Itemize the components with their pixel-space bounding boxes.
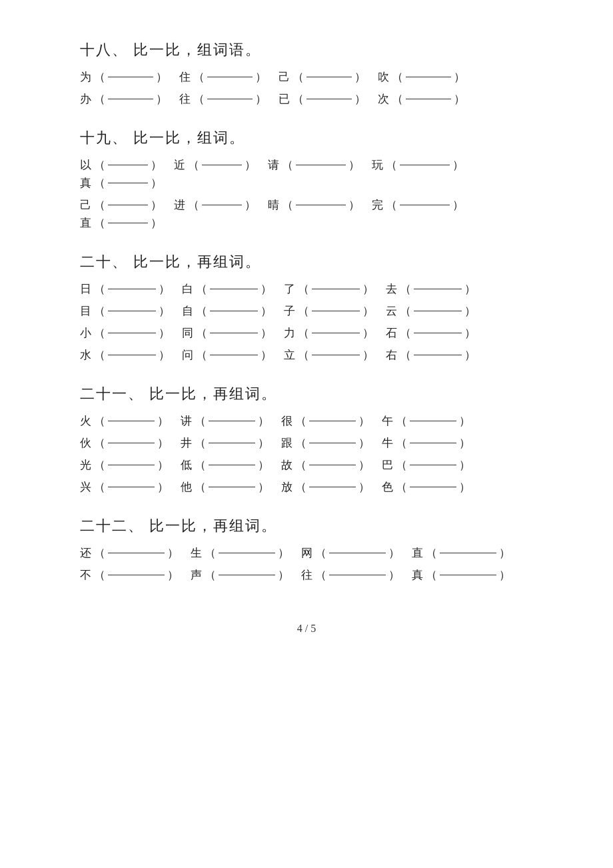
blank-you[interactable]: [414, 355, 462, 355]
item-wei: 为 （ ）: [80, 69, 169, 85]
blank-le[interactable]: [312, 289, 360, 289]
blank-se[interactable]: [410, 487, 456, 487]
blank-jiang[interactable]: [209, 421, 255, 421]
blank-qu[interactable]: [414, 289, 462, 289]
item-ta: 他 （ ）: [181, 479, 271, 495]
item-gen: 跟 （ ）: [281, 435, 371, 451]
item-zhu: 住 （ ）: [179, 69, 268, 85]
section-21-row-3: 光 （ ） 低 （ ） 故 （ ） 巴 （ ）: [80, 457, 533, 473]
item-zhi1: 直 （ ）: [80, 215, 163, 231]
section-19-row-1: 以 （ ） 近 （ ） 请 （ ） 玩 （ ）: [80, 157, 533, 191]
blank-jin2[interactable]: [202, 205, 242, 205]
blank-huo2[interactable]: [108, 443, 155, 443]
item-chui: 吹 （ ）: [378, 69, 466, 85]
section-19-row-2: 己 （ ） 进 （ ） 晴 （ ） 完 （ ）: [80, 197, 533, 231]
item-shi: 石 （ ）: [386, 325, 477, 341]
blank-ji1[interactable]: [306, 77, 352, 77]
item-le: 了 （ ）: [284, 281, 375, 297]
blank-zi2[interactable]: [312, 311, 360, 311]
section-18: 十八、 比一比，组词语。 为 （ ） 住 （ ） 己 （ ） 吹: [80, 40, 533, 107]
blank-wan2[interactable]: [400, 205, 450, 205]
blank-huo[interactable]: [108, 421, 155, 421]
item-ban: 办 （ ）: [80, 91, 169, 107]
blank-zhu[interactable]: [207, 77, 253, 77]
blank-qing1[interactable]: [296, 165, 346, 165]
section-21-title: 二十一、 比一比，再组词。: [80, 384, 533, 404]
blank-shui[interactable]: [108, 355, 156, 355]
section-18-row-1: 为 （ ） 住 （ ） 己 （ ） 吹 （ ）: [80, 69, 533, 85]
section-18-title: 十八、 比一比，组词语。: [80, 40, 533, 60]
item-zhen2: 真 （ ）: [412, 567, 512, 583]
blank-bai[interactable]: [210, 289, 258, 289]
blank-jing[interactable]: [209, 443, 255, 443]
item-qing2: 晴 （ ）: [268, 197, 361, 213]
blank-wen[interactable]: [210, 355, 258, 355]
item-you: 右 （ ）: [386, 347, 477, 363]
blank-wan1[interactable]: [400, 165, 450, 165]
blank-huan[interactable]: [108, 553, 165, 553]
blank-li[interactable]: [312, 333, 360, 333]
blank-chui[interactable]: [406, 77, 451, 77]
section-20-row-3: 小 （ ） 同 （ ） 力 （ ） 石 （ ）: [80, 325, 533, 341]
blank-li2[interactable]: [312, 355, 360, 355]
item-wang2: 网 （ ）: [301, 545, 401, 561]
blank-hen[interactable]: [309, 421, 356, 421]
blank-wu[interactable]: [410, 421, 456, 421]
blank-ci[interactable]: [406, 99, 451, 99]
blank-ji2[interactable]: [108, 205, 148, 205]
blank-shi[interactable]: [414, 333, 462, 333]
blank-ri[interactable]: [108, 289, 156, 289]
page-number: 4 / 5: [80, 623, 533, 635]
blank-ban[interactable]: [108, 99, 153, 99]
blank-sheng2[interactable]: [219, 575, 275, 575]
blank-zhen1[interactable]: [108, 183, 148, 183]
blank-guang[interactable]: [108, 465, 155, 465]
blank-gu[interactable]: [309, 465, 356, 465]
section-21-row-2: 伙 （ ） 井 （ ） 跟 （ ） 牛 （ ）: [80, 435, 533, 451]
blank-xing[interactable]: [108, 487, 155, 487]
item-wen: 问 （ ）: [182, 347, 273, 363]
section-21-row-1: 火 （ ） 讲 （ ） 很 （ ） 午 （ ）: [80, 413, 533, 429]
item-zi: 自 （ ）: [182, 303, 273, 319]
item-jiang: 讲 （ ）: [181, 413, 271, 429]
blank-wang1[interactable]: [207, 99, 253, 99]
blank-di[interactable]: [209, 465, 255, 465]
item-niu: 牛 （ ）: [382, 435, 472, 451]
blank-tong[interactable]: [210, 333, 258, 333]
blank-fang[interactable]: [309, 487, 356, 487]
item-jing: 井 （ ）: [181, 435, 271, 451]
blank-zhen2[interactable]: [440, 575, 496, 575]
item-zhi2: 直 （ ）: [412, 545, 512, 561]
blank-wang3[interactable]: [329, 575, 386, 575]
blank-ba[interactable]: [410, 465, 456, 465]
blank-wang2[interactable]: [329, 553, 386, 553]
item-zi2: 子 （ ）: [284, 303, 375, 319]
item-tong: 同 （ ）: [182, 325, 273, 341]
item-wan1: 玩 （ ）: [372, 157, 465, 173]
section-22: 二十二、 比一比，再组词。 还 （ ） 生 （ ） 网 （ ） 直: [80, 516, 533, 583]
item-yun: 云 （ ）: [386, 303, 477, 319]
blank-yi1[interactable]: [306, 99, 352, 99]
blank-zhi1[interactable]: [108, 223, 148, 223]
blank-wei[interactable]: [108, 77, 153, 77]
blank-sheng[interactable]: [219, 553, 275, 553]
section-22-row-1: 还 （ ） 生 （ ） 网 （ ） 直 （ ）: [80, 545, 533, 561]
blank-yi2[interactable]: [108, 165, 148, 165]
item-ji1: 己 （ ）: [279, 69, 367, 85]
item-huo2: 伙 （ ）: [80, 435, 170, 451]
blank-zi[interactable]: [210, 311, 258, 311]
section-20-row-1: 日 （ ） 白 （ ） 了 （ ） 去 （ ）: [80, 281, 533, 297]
blank-ta[interactable]: [209, 487, 255, 487]
item-jin2: 进 （ ）: [174, 197, 257, 213]
item-huo: 火 （ ）: [80, 413, 170, 429]
blank-xiao[interactable]: [108, 333, 156, 333]
blank-zhi2[interactable]: [440, 553, 496, 553]
blank-bu[interactable]: [108, 575, 165, 575]
blank-yun[interactable]: [414, 311, 462, 311]
blank-jin1[interactable]: [202, 165, 242, 165]
blank-qing2[interactable]: [296, 205, 346, 205]
blank-gen[interactable]: [309, 443, 356, 443]
blank-mu[interactable]: [108, 311, 156, 311]
item-sheng2: 声 （ ）: [191, 567, 291, 583]
blank-niu[interactable]: [410, 443, 456, 443]
